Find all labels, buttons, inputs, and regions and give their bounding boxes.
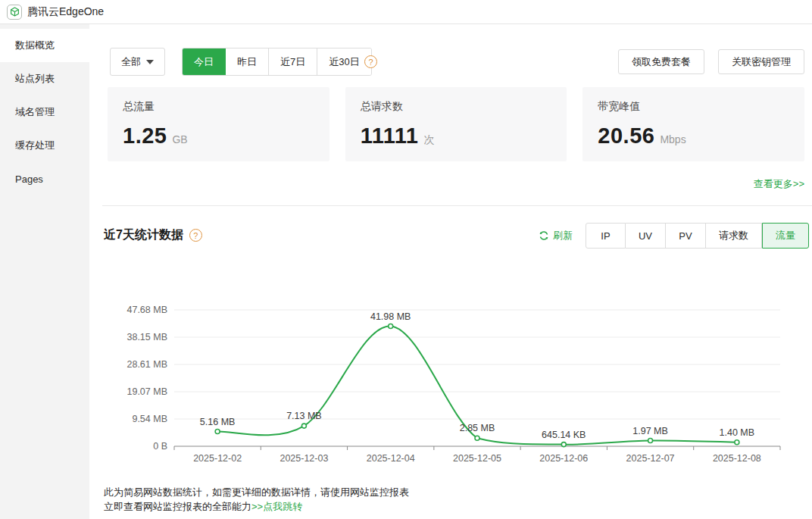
sidebar-item-cache-purge[interactable]: 缓存处理 xyxy=(0,129,89,162)
view-more-link[interactable]: 查看更多>> xyxy=(754,177,804,191)
data-point-label: 5.16 MB xyxy=(200,417,236,427)
x-axis-category-label: 2025-12-05 xyxy=(453,453,501,464)
data-point-marker xyxy=(561,442,566,447)
x-axis-category-label: 2025-12-08 xyxy=(713,453,761,464)
sidebar-item-domain-management[interactable]: 域名管理 xyxy=(0,95,89,129)
refresh-icon xyxy=(539,230,549,241)
stat-unit: Mbps xyxy=(660,133,686,145)
data-point-marker xyxy=(475,436,479,440)
sidebar-item-label: 站点列表 xyxy=(15,72,55,86)
x-axis-category-label: 2025-12-03 xyxy=(280,453,328,464)
data-point-label: 41.98 MB xyxy=(370,311,411,322)
stat-unit: GB xyxy=(172,133,187,145)
y-axis-tick-label: 19.07 MB xyxy=(126,386,167,397)
data-point-marker xyxy=(215,430,220,434)
metric-tab-pv[interactable]: PV xyxy=(666,223,706,249)
app-title: 腾讯云EdgeOne xyxy=(27,5,104,19)
scope-dropdown[interactable]: 全部 xyxy=(110,48,165,76)
data-point-marker xyxy=(735,440,739,445)
sidebar-item-data-overview[interactable]: 数据概览 xyxy=(0,29,89,62)
stat-value: 11111 xyxy=(361,123,419,149)
stat-value: 20.56 xyxy=(598,123,654,149)
data-point-marker xyxy=(301,424,306,428)
data-point-label: 7.13 MB xyxy=(286,411,322,421)
scope-dropdown-value: 全部 xyxy=(121,55,141,69)
link-key-management-button[interactable]: 关联密钥管理 xyxy=(718,49,804,74)
x-axis-category-label: 2025-12-06 xyxy=(539,453,588,464)
refresh-button[interactable]: 刷新 xyxy=(539,229,573,242)
section-divider xyxy=(102,205,812,206)
top-action-buttons: 领取免费套餐 关联密钥管理 xyxy=(618,49,804,74)
x-axis-category-label: 2025-12-07 xyxy=(626,453,675,464)
sidebar-item-label: Pages xyxy=(15,174,43,185)
stat-card-peak-bandwidth: 带宽峰值 20.56 Mbps xyxy=(582,87,804,161)
sidebar-item-site-list[interactable]: 站点列表 xyxy=(0,62,89,95)
stat-card-total-requests: 总请求数 11111 次 xyxy=(345,87,567,161)
data-point-label: 1.97 MB xyxy=(632,426,668,436)
data-point-label: 1.40 MB xyxy=(720,427,755,438)
sidebar: 数据概览 站点列表 域名管理 缓存处理 Pages xyxy=(0,24,89,519)
y-axis-tick-label: 28.61 MB xyxy=(126,359,167,370)
date-tab-last7days[interactable]: 近7日 xyxy=(269,48,317,75)
edgeone-logo-icon xyxy=(7,5,22,20)
metric-tab-requests[interactable]: 请求数 xyxy=(706,223,762,249)
data-point-marker xyxy=(389,324,393,329)
footer-line2: 立即查看网站监控报表的全部能力>>点我跳转 xyxy=(104,499,409,514)
sidebar-item-label: 缓存处理 xyxy=(15,139,55,152)
traffic-line-chart: 47.68 MB38.15 MB28.61 MB19.07 MB9.54 MB0… xyxy=(102,294,812,476)
x-axis-category-label: 2025-12-04 xyxy=(367,453,415,464)
x-axis-category-label: 2025-12-02 xyxy=(193,453,242,464)
metric-tab-uv[interactable]: UV xyxy=(626,223,666,249)
help-icon[interactable]: ? xyxy=(189,229,202,242)
chart-controls: 刷新 IP UV PV 请求数 流量 xyxy=(539,223,809,249)
data-point-label: 2.85 MB xyxy=(460,423,495,433)
stat-card-total-traffic: 总流量 1.25 GB xyxy=(108,87,329,161)
footer-line1: 此为简易网站数据统计，如需更详细的数据详情，请使用网站监控报表 xyxy=(104,485,409,499)
app-header: 腾讯云EdgeOne xyxy=(0,0,812,24)
stat-label: 总请求数 xyxy=(361,100,552,114)
sidebar-item-label: 数据概览 xyxy=(15,39,55,52)
y-axis-tick-label: 47.68 MB xyxy=(126,305,167,315)
data-point-marker xyxy=(648,439,653,443)
chevron-down-icon xyxy=(146,60,154,64)
y-axis-tick-label: 9.54 MB xyxy=(132,414,167,424)
stat-cards-row: 总流量 1.25 GB 总请求数 11111 次 带宽峰值 20.56 Mbps xyxy=(108,87,804,161)
footer-note: 此为简易网站数据统计，如需更详细的数据详情，请使用网站监控报表 立即查看网站监控… xyxy=(104,485,409,514)
date-tab-today[interactable]: 今日 xyxy=(183,48,226,75)
date-tab-yesterday[interactable]: 昨日 xyxy=(226,48,269,75)
stat-value: 1.25 xyxy=(123,123,167,149)
metric-tab-traffic[interactable]: 流量 xyxy=(762,223,809,249)
help-icon[interactable]: ? xyxy=(364,55,377,68)
sidebar-item-pages[interactable]: Pages xyxy=(0,162,89,195)
chart-section-header: 近7天统计数据 ? xyxy=(104,227,202,243)
footer-line2-text: 立即查看网站监控报表的全部能力 xyxy=(104,501,251,512)
stat-unit: 次 xyxy=(423,133,434,147)
y-axis-tick-label: 0 B xyxy=(153,441,167,452)
stat-label: 带宽峰值 xyxy=(598,100,789,114)
refresh-label: 刷新 xyxy=(553,229,573,242)
metric-tab-ip[interactable]: IP xyxy=(586,223,626,249)
line-chart-svg: 47.68 MB38.15 MB28.61 MB19.07 MB9.54 MB0… xyxy=(102,294,812,476)
date-range-tabs: 今日 昨日 近7日 近30日 xyxy=(182,48,372,76)
claim-free-plan-button[interactable]: 领取免费套餐 xyxy=(618,49,704,74)
stat-label: 总流量 xyxy=(123,100,314,114)
sidebar-item-label: 域名管理 xyxy=(15,105,55,119)
data-point-label: 645.14 KB xyxy=(542,430,586,440)
chart-section-title: 近7天统计数据 xyxy=(104,227,183,243)
date-tab-last30days[interactable]: 近30日 xyxy=(317,48,370,75)
y-axis-tick-label: 38.15 MB xyxy=(126,332,167,342)
footer-jump-link[interactable]: >>点我跳转 xyxy=(251,501,302,512)
metric-tabs: IP UV PV 请求数 流量 xyxy=(586,223,809,249)
